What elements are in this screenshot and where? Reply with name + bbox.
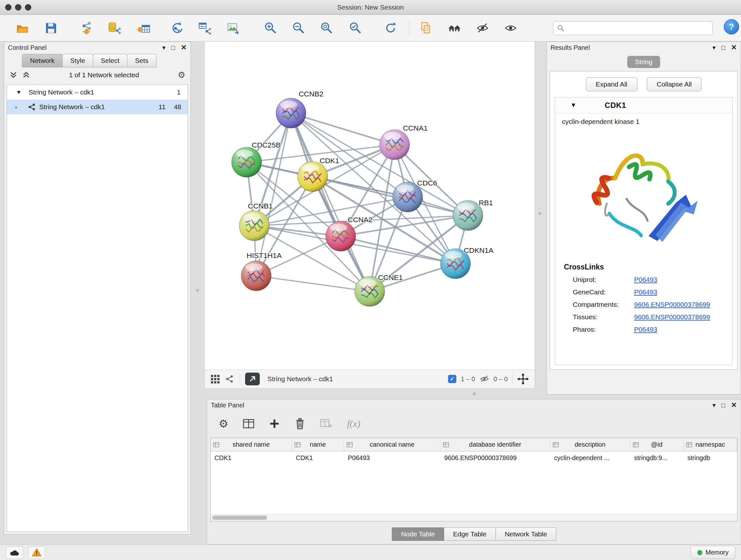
selected-checkbox-icon[interactable]: ✓ bbox=[448, 375, 456, 383]
tab-network-table[interactable]: Network Table bbox=[495, 527, 556, 541]
search-input[interactable] bbox=[564, 24, 709, 32]
document-button[interactable] bbox=[417, 19, 434, 37]
collapse-all-button[interactable]: Collapse All bbox=[647, 77, 702, 91]
apply-preferred-layout-button[interactable] bbox=[382, 19, 400, 37]
network-node-CCNB1[interactable]: CCNB1 bbox=[239, 202, 273, 241]
zoom-out-button[interactable] bbox=[289, 19, 307, 37]
column-header-database-identifier[interactable]: database identifier bbox=[441, 438, 550, 451]
network-canvas[interactable]: CCNB2CCNA1CDC25BCDK1CDC6RB1CCNB1CCNA2CDK… bbox=[205, 42, 535, 370]
hide-selected-button[interactable] bbox=[474, 19, 491, 37]
network-node-CDK1[interactable]: CDK1 bbox=[298, 157, 339, 192]
share-view-icon[interactable] bbox=[225, 374, 234, 384]
window-minimize-button[interactable] bbox=[15, 4, 21, 10]
network-row-selected[interactable]: ● String Network – cdk1 11 48 bbox=[7, 100, 188, 114]
column-header-description[interactable]: description bbox=[550, 438, 630, 451]
network-edge[interactable] bbox=[291, 113, 370, 291]
crosslink-value-link[interactable]: P06493 bbox=[634, 276, 657, 284]
crosslink-value-link[interactable]: P06493 bbox=[634, 326, 657, 333]
right-splitter-handle[interactable] bbox=[538, 212, 541, 215]
string-tab[interactable]: String bbox=[627, 56, 660, 68]
import-network-from-file-button[interactable] bbox=[78, 19, 96, 37]
warnings-button[interactable] bbox=[28, 546, 45, 559]
help-button[interactable]: ? bbox=[724, 19, 739, 35]
network-edge[interactable] bbox=[256, 276, 370, 292]
table-cell[interactable]: CDK1 bbox=[211, 451, 292, 464]
tab-node-table[interactable]: Node Table bbox=[392, 527, 444, 541]
network-collection-row[interactable]: ▼ String Network – cdk1 1 bbox=[7, 85, 188, 100]
network-edge[interactable] bbox=[291, 113, 395, 145]
crosslink-row: Uniprot:P06493 bbox=[573, 276, 732, 284]
pan-crosshair-icon[interactable] bbox=[517, 373, 529, 385]
table-cell[interactable]: stringdb bbox=[684, 451, 737, 464]
crosslink-value-link[interactable]: P06493 bbox=[634, 288, 657, 296]
delete-trash-icon[interactable] bbox=[294, 418, 306, 429]
left-splitter-handle[interactable] bbox=[196, 289, 199, 292]
window-close-button[interactable] bbox=[5, 4, 11, 10]
import-table-from-file-button[interactable] bbox=[135, 19, 152, 37]
panel-close-icon[interactable]: ✕ bbox=[731, 44, 737, 51]
create-column-plus-icon[interactable] bbox=[269, 418, 280, 429]
scrollbar-thumb[interactable] bbox=[212, 516, 267, 520]
table-horizontal-scrollbar[interactable] bbox=[211, 514, 737, 521]
column-header-shared-name[interactable]: shared name bbox=[211, 438, 292, 451]
network-options-gear-icon[interactable]: ⚙ bbox=[178, 70, 185, 80]
panel-collapse-icon[interactable]: ▾ bbox=[712, 44, 716, 51]
show-columns-icon[interactable] bbox=[243, 419, 254, 428]
import-network-from-database-button[interactable] bbox=[105, 19, 123, 37]
tab-edge-table[interactable]: Edge Table bbox=[444, 527, 496, 541]
home-button[interactable] bbox=[446, 19, 463, 37]
table-options-gear-icon[interactable]: ⚙ bbox=[219, 417, 228, 430]
network-node-CCNB2[interactable]: CCNB2 bbox=[276, 90, 324, 128]
gene-section-header[interactable]: ▼ CDK1 bbox=[555, 98, 732, 113]
new-network-from-selection-button[interactable] bbox=[168, 19, 186, 37]
table-cell[interactable]: 9606.ENSP00000378699 bbox=[441, 451, 550, 464]
network-node-HIST1H1A[interactable]: HIST1H1A bbox=[241, 251, 282, 291]
collapse-all-chevrons-icon[interactable] bbox=[22, 71, 30, 79]
tree-expand-icon[interactable]: ▼ bbox=[16, 89, 22, 96]
crosslink-value-link[interactable]: 9606.ENSP00000378699 bbox=[634, 301, 710, 308]
table-cell[interactable]: cyclin-dependent ... bbox=[550, 451, 630, 464]
tab-style[interactable]: Style bbox=[62, 54, 93, 67]
export-image-button[interactable] bbox=[224, 19, 242, 37]
zoom-fit-button[interactable] bbox=[318, 19, 335, 37]
gene-collapse-icon[interactable]: ▼ bbox=[570, 102, 577, 109]
zoom-selected-button[interactable] bbox=[346, 19, 364, 37]
table-row[interactable]: CDK1CDK1P064939606.ENSP00000378699cyclin… bbox=[211, 451, 737, 464]
column-header--id[interactable]: @id bbox=[630, 438, 684, 451]
network-node-CCNA1[interactable]: CCNA1 bbox=[380, 124, 428, 160]
table-cell[interactable]: CDK1 bbox=[292, 451, 344, 464]
column-header-name[interactable]: name bbox=[292, 438, 344, 451]
open-session-button[interactable] bbox=[13, 19, 31, 37]
panel-close-icon[interactable]: ✕ bbox=[731, 401, 737, 409]
crosslink-value-link[interactable]: 9606.ENSP00000378699 bbox=[634, 313, 710, 321]
export-network-button[interactable] bbox=[196, 19, 214, 37]
panel-float-icon[interactable]: □ bbox=[171, 44, 175, 51]
show-all-button[interactable] bbox=[502, 19, 520, 37]
tab-sets[interactable]: Sets bbox=[127, 54, 156, 67]
open-in-new-window-button[interactable] bbox=[245, 373, 260, 385]
column-header-namespac[interactable]: namespac bbox=[684, 438, 737, 451]
tab-network[interactable]: Network bbox=[22, 54, 63, 67]
grid-view-icon[interactable] bbox=[210, 374, 220, 384]
expand-all-button[interactable]: Expand All bbox=[586, 77, 637, 91]
panel-float-icon[interactable]: □ bbox=[721, 44, 725, 51]
panel-close-icon[interactable]: ✕ bbox=[181, 44, 187, 51]
memory-button[interactable]: Memory bbox=[690, 546, 735, 559]
panel-float-icon[interactable]: □ bbox=[721, 402, 725, 408]
column-header-canonical-name[interactable]: canonical name bbox=[344, 438, 441, 451]
save-session-button[interactable] bbox=[42, 19, 60, 37]
horizontal-splitter-handle[interactable] bbox=[473, 392, 476, 395]
expand-all-chevrons-icon[interactable] bbox=[9, 71, 17, 79]
zoom-in-button[interactable] bbox=[261, 19, 279, 37]
network-node-CDKN1A[interactable]: CDKN1A bbox=[441, 246, 494, 279]
network-node-RB1[interactable]: RB1 bbox=[453, 199, 493, 231]
panel-collapse-icon[interactable]: ▾ bbox=[162, 44, 165, 51]
panel-collapse-icon[interactable]: ▾ bbox=[712, 402, 716, 408]
network-node-CDC6[interactable]: CDC6 bbox=[393, 179, 437, 212]
window-zoom-button[interactable] bbox=[25, 4, 31, 10]
cloud-button[interactable] bbox=[6, 546, 23, 559]
tab-select[interactable]: Select bbox=[93, 54, 127, 67]
table-cell[interactable]: stringdb:9... bbox=[630, 451, 684, 464]
network-edge[interactable] bbox=[313, 177, 468, 215]
table-cell[interactable]: P06493 bbox=[344, 451, 441, 464]
